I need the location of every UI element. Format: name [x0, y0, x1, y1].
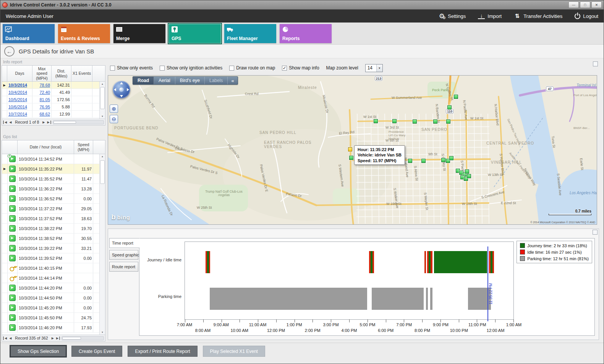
pager-prev-button[interactable]: ◀: [9, 121, 12, 124]
gps-marker[interactable]: [374, 119, 378, 123]
map-style-labels[interactable]: Labels: [205, 77, 228, 84]
collapse-map-panel-button[interactable]: [593, 61, 598, 66]
show-gps-selection-button[interactable]: Show Gps Selection: [10, 346, 66, 357]
gps-list-row[interactable]: 10/3/2014 11:35:52 PM11.47: [2, 174, 105, 184]
gps-list-row[interactable]: 10/3/2014 11:38:22 PM19.70: [2, 224, 105, 234]
nav-tile-events[interactable]: Events & Reviews: [58, 24, 110, 43]
checkbox-draw-route[interactable]: Draw route on map: [229, 65, 275, 71]
max-speed-link[interactable]: 68.62: [32, 111, 52, 118]
minimize-button[interactable]: —: [568, 2, 579, 8]
checkbox-only-ignition[interactable]: Show only ignition activities: [160, 65, 222, 71]
day-link[interactable]: 10/3/2014: [7, 82, 32, 89]
transfer-activities-button[interactable]: Transfer Activities: [514, 13, 562, 19]
nav-tile-dashboard[interactable]: Dashboard: [3, 24, 55, 43]
gps-marker[interactable]: [433, 119, 437, 124]
scroll-thumb[interactable]: [100, 160, 105, 184]
gps-marker[interactable]: [408, 159, 412, 163]
scroll-up-icon[interactable]: ▲: [100, 82, 105, 86]
nav-tile-gps[interactable]: GPS: [169, 24, 221, 43]
pager-scrollbar[interactable]: [53, 120, 104, 124]
pager-next-button[interactable]: ▶: [42, 121, 45, 124]
gps-marker[interactable]: [465, 169, 469, 174]
scroll-down-icon[interactable]: ▼: [100, 330, 105, 335]
gps-list-row[interactable]: +10/3/2014 11:34:52 PM: [2, 154, 105, 164]
map-style-birdseye[interactable]: Bird's eye: [175, 77, 205, 84]
gps-list-row[interactable]: 10/3/2014 11:40:15 PM: [2, 263, 105, 273]
tab-time-report[interactable]: Time report: [109, 238, 140, 248]
pager-last-button[interactable]: ▶: [47, 121, 51, 124]
info-report-row[interactable]: 10/5/201481.05172.56: [2, 96, 105, 103]
time-cursor-line[interactable]: 11:35:22 PM: [487, 246, 488, 321]
logout-button[interactable]: Logout: [575, 13, 598, 19]
maximize-button[interactable]: □: [580, 2, 590, 8]
scroll-track[interactable]: [100, 86, 105, 114]
pager-scroll-thumb[interactable]: [62, 337, 81, 340]
gps-marker[interactable]: [421, 159, 426, 163]
pager-prev-button[interactable]: ◀: [9, 337, 12, 340]
map-viewport[interactable]: MiralestePeck ParkW Summerland AveCrest …: [108, 75, 597, 225]
pager-scrollbar[interactable]: [62, 336, 104, 340]
gps-list-row[interactable]: 10/3/2014 11:38:52 PM30.55: [2, 234, 105, 243]
pan-west-icon[interactable]: [114, 88, 116, 91]
gps-list-row[interactable]: 10/3/2014 11:37:22 PM29.05: [2, 204, 105, 214]
pager-next-button[interactable]: ▶: [51, 337, 54, 340]
zoom-out-button[interactable]: ⊖: [110, 115, 118, 123]
info-report-row[interactable]: 10/4/201472.4041.49: [2, 89, 105, 96]
checkbox-show-map-info[interactable]: ✓Show map info: [282, 65, 319, 71]
tab-speed-graphic[interactable]: Speed graphic: [109, 250, 138, 260]
max-speed-link[interactable]: 81.05: [32, 96, 52, 103]
gps-list-row[interactable]: 10/3/2014 11:45:20 PM0.00: [2, 303, 105, 313]
import-button[interactable]: Import: [478, 13, 502, 19]
zoom-in-button[interactable]: ⊕: [110, 105, 118, 113]
gps-marker[interactable]: [413, 119, 417, 124]
export-print-route-report-button[interactable]: Export / Print Route Report: [128, 346, 197, 357]
gps-list-row[interactable]: 10/3/2014 11:45:50 PM24.75: [2, 313, 105, 323]
scroll-up-icon[interactable]: ▲: [100, 154, 105, 159]
pan-north-icon[interactable]: [120, 82, 123, 84]
day-link[interactable]: 10/5/2014: [7, 96, 32, 103]
max-speed-link[interactable]: 78.68: [32, 82, 52, 89]
nav-tile-reports[interactable]: Reports: [280, 24, 332, 43]
create-gps-event-button[interactable]: Create Gps Event: [71, 346, 122, 357]
close-button[interactable]: ✕: [591, 2, 602, 8]
map-zoom-select[interactable]: 14▼: [365, 64, 383, 72]
gps-list-row[interactable]: 10/3/2014 11:36:52 PM0.00: [2, 194, 105, 204]
pan-east-icon[interactable]: [127, 88, 129, 91]
gps-list-row[interactable]: 10/3/2014 11:44:20 PM0.00: [2, 283, 105, 293]
gps-list-row[interactable]: 10/3/2014 11:44:14 PM: [2, 273, 105, 283]
gps-marker[interactable]: [447, 105, 452, 110]
map-pan-compass[interactable]: [113, 81, 130, 98]
gps-list-row[interactable]: 10/3/2014 11:44:50 PM0.00: [2, 293, 105, 303]
nav-tile-fleet[interactable]: Fleet Manager: [224, 24, 276, 43]
nav-tile-merge[interactable]: Merge: [113, 24, 165, 43]
max-speed-link[interactable]: 72.40: [32, 89, 52, 96]
gps-marker[interactable]: [392, 119, 397, 123]
scroll-down-icon[interactable]: ▼: [100, 114, 105, 119]
map-style-road[interactable]: Road: [133, 77, 154, 84]
selected-gps-marker[interactable]: [348, 147, 352, 151]
pager-scroll-thumb[interactable]: [53, 121, 76, 124]
collapse-report-panel-button[interactable]: [593, 230, 598, 235]
gps-list-row[interactable]: 10/3/2014 11:46:20 PM17.93: [2, 323, 105, 333]
checkbox-only-events[interactable]: Show only events: [110, 65, 153, 71]
info-report-row[interactable]: 10/6/201476.955.88: [2, 103, 105, 111]
tab-route-report[interactable]: Route report: [109, 262, 138, 272]
pager-last-button[interactable]: ▶: [56, 337, 60, 340]
gps-list-row[interactable]: ▶10/3/2014 11:35:22 PM11.97: [2, 164, 105, 174]
info-report-row[interactable]: 10/7/201468.6212.99: [2, 111, 105, 118]
gps-marker[interactable]: [349, 156, 353, 160]
info-report-scrollbar[interactable]: ▲ ▼: [99, 82, 105, 119]
gps-marker[interactable]: [449, 156, 453, 160]
gps-marker[interactable]: [441, 158, 445, 162]
collapse-style-bar-icon[interactable]: «: [228, 77, 237, 84]
day-link[interactable]: 10/7/2014: [7, 111, 32, 118]
info-report-row[interactable]: ▶10/3/201478.68142.31: [2, 82, 105, 89]
settings-button[interactable]: Settings: [438, 13, 466, 19]
gps-list-row[interactable]: 10/3/2014 11:36:22 PM13.28: [2, 184, 105, 194]
day-link[interactable]: 10/6/2014: [7, 103, 32, 110]
scroll-thumb[interactable]: [100, 87, 105, 109]
pager-first-button[interactable]: ◀: [3, 337, 7, 340]
back-button[interactable]: [4, 46, 15, 56]
day-link[interactable]: 10/4/2014: [7, 89, 32, 96]
gps-list-row[interactable]: 10/3/2014 11:39:52 PM0.00: [2, 253, 105, 263]
